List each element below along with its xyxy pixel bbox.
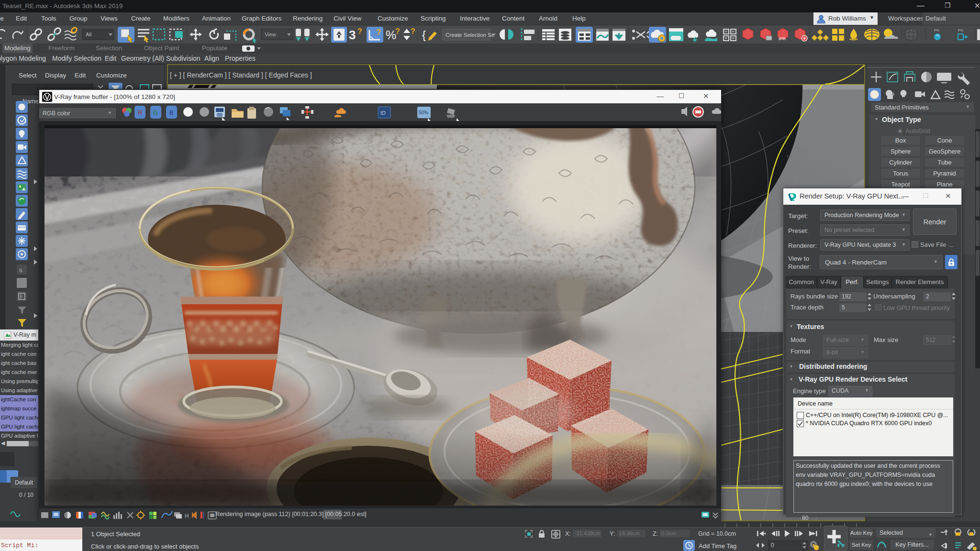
svg-text:PH: PH (958, 28, 963, 33)
svg-text:F: F (20, 294, 23, 299)
svg-text:IR: IR (732, 30, 735, 33)
svg-text:s: s (19, 266, 22, 274)
svg-text:H: H (185, 513, 189, 519)
svg-text:IR: IR (724, 37, 728, 40)
svg-text:G: G (153, 109, 158, 116)
svg-text:IR: IR (732, 37, 735, 40)
svg-text:ID: ID (380, 110, 386, 116)
svg-text:R: R (138, 109, 142, 116)
svg-text:50%: 50% (419, 110, 428, 115)
svg-text:PH: PH (934, 28, 939, 33)
svg-text:[ + ] [ RenderCam ] [ Standard: [ + ] [ RenderCam ] [ Standard ] [ Edged… (170, 71, 312, 79)
svg-text:IPR: IPR (779, 36, 786, 41)
svg-text:IR: IR (724, 30, 728, 33)
svg-text:R: R (881, 541, 884, 545)
svg-text:B: B (169, 109, 174, 116)
